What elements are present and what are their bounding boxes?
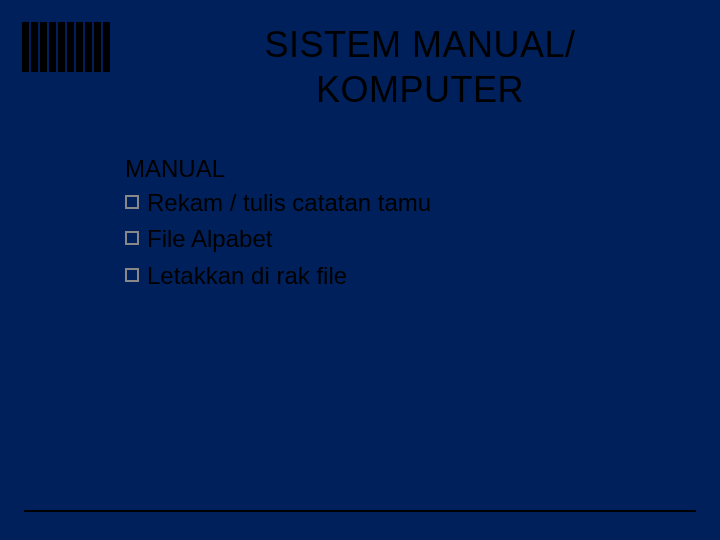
section-heading: MANUAL bbox=[125, 155, 645, 183]
decorative-bars bbox=[22, 22, 110, 72]
square-bullet-icon bbox=[125, 231, 139, 245]
title-line-1: SISTEM MANUAL/ bbox=[215, 22, 625, 67]
horizontal-divider bbox=[24, 510, 696, 512]
bullet-item: Rekam / tulis catatan tamu bbox=[125, 187, 645, 219]
slide-content: MANUAL Rekam / tulis catatan tamu File A… bbox=[125, 155, 645, 296]
bullet-text: Letakkan di rak file bbox=[147, 260, 347, 292]
square-bullet-icon bbox=[125, 195, 139, 209]
bullet-item: File Alpabet bbox=[125, 223, 645, 255]
slide-title: SISTEM MANUAL/ KOMPUTER bbox=[215, 22, 625, 112]
bullet-item: Letakkan di rak file bbox=[125, 260, 645, 292]
square-bullet-icon bbox=[125, 268, 139, 282]
title-line-2: KOMPUTER bbox=[215, 67, 625, 112]
bullet-text: Rekam / tulis catatan tamu bbox=[147, 187, 431, 219]
bullet-text: File Alpabet bbox=[147, 223, 272, 255]
